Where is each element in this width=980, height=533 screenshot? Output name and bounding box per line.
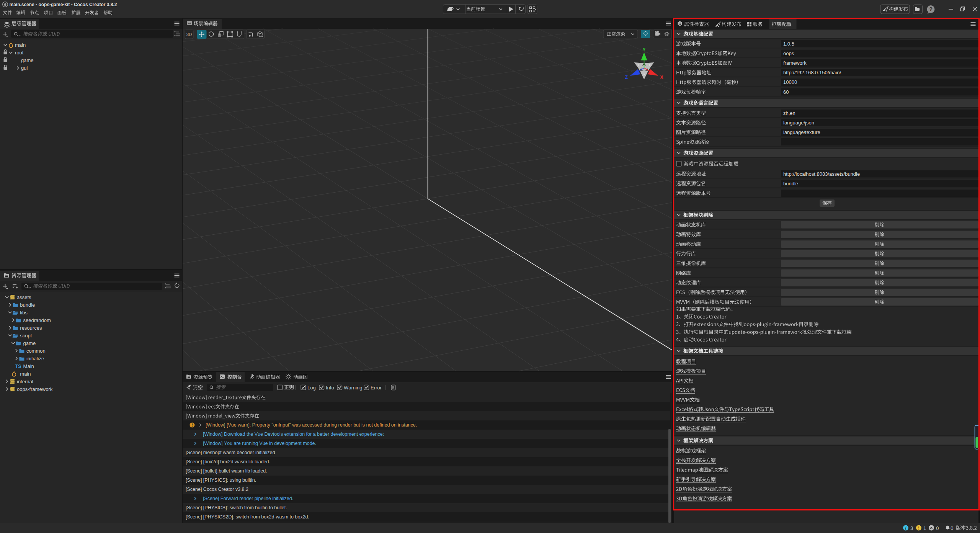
svg-text:libs: libs [20,310,28,316]
svg-text:Log: Log [307,385,316,391]
svg-text:common: common [26,348,46,354]
svg-text:?: ? [929,6,933,12]
svg-text:game: game [23,340,36,346]
svg-text:game: game [21,57,34,63]
svg-text:1: 1 [923,525,926,531]
svg-text:bundle: bundle [20,302,35,308]
svg-text:Z: Z [625,75,628,80]
svg-text:script: script [20,333,32,338]
svg-text:10000: 10000 [783,79,797,85]
svg-text:Warning: Warning [344,385,362,391]
svg-text:[Window] [Vue warn]: Property: [Window] [Vue warn]: Property "onInput" … [206,422,417,428]
svg-text:Y: Y [642,47,645,52]
svg-text:main.scene - oops-game-kit - C: main.scene - oops-game-kit - Cocos Creat… [10,2,117,7]
svg-text:seedrandom: seedrandom [23,317,51,323]
svg-text:[Scene] [bullet]:bullet wasm l: [Scene] [bullet]:bullet wasm lib loaded. [186,468,267,474]
svg-text:3D: 3D [186,32,192,37]
svg-text:oops: oops [783,51,794,56]
svg-text:TS: TS [15,364,21,369]
svg-text:X: X [660,75,663,80]
svg-text:[Scene] [PHYSICS]: using built: [Scene] [PHYSICS]: using builtin. [186,477,256,483]
svg-text:resources: resources [20,325,42,331]
svg-text:[Scene] [box2d]:box2d wasm lib: [Scene] [box2d]:box2d wasm lib loaded. [186,459,270,464]
svg-text:0: 0 [936,525,939,531]
svg-text:root: root [15,50,24,56]
svg-text:[Scene] Cocos Creator v3.8.2: [Scene] Cocos Creator v3.8.2 [186,487,248,492]
svg-text:oops-framework: oops-framework [17,386,53,392]
svg-text:3: 3 [910,525,913,531]
svg-text:[Scene] Forward render pipelin: [Scene] Forward render pipeline initiali… [203,496,293,501]
svg-text:language/json: language/json [783,120,814,126]
svg-text:initialize: initialize [26,356,44,361]
svg-text:Error: Error [371,385,382,391]
svg-text:60: 60 [783,89,789,95]
svg-text:0: 0 [951,525,954,531]
svg-text:[Scene] [PHYSICS2D]: switch fr: [Scene] [PHYSICS2D]: switch from box2d-w… [186,514,309,520]
svg-text:http://localhost:8083/assets/b: http://localhost:8083/assets/bundle [783,171,860,177]
svg-text:gui: gui [21,65,28,71]
svg-text:Main: Main [23,363,34,369]
svg-text:zh,en: zh,en [783,110,795,116]
svg-text:assets: assets [17,294,31,300]
svg-text:main: main [20,371,31,377]
svg-text:!: ! [918,526,920,530]
svg-text:Info: Info [326,385,334,391]
svg-text:[Scene] [PHYSICS]: switch from: [Scene] [PHYSICS]: switch from builtin t… [186,505,287,510]
svg-text:[Window] You are running Vue i: [Window] You are running Vue in developm… [203,441,316,446]
svg-text:internal: internal [17,379,33,384]
svg-text:[Scene] meshopt wasm decoder i: [Scene] meshopt wasm decoder initialized [186,450,275,455]
svg-text:1.0.5: 1.0.5 [783,41,794,47]
svg-text:http://192.168.0.150/main/: http://192.168.0.150/main/ [783,70,841,75]
svg-text:framework: framework [783,60,807,66]
svg-text:main: main [15,42,26,48]
svg-text:!: ! [191,423,193,427]
svg-text:bundle: bundle [783,181,798,186]
svg-text:language/texture: language/texture [783,129,820,135]
svg-text:[Window] Download the Vue Devt: [Window] Download the Vue Devtools exten… [203,432,384,437]
